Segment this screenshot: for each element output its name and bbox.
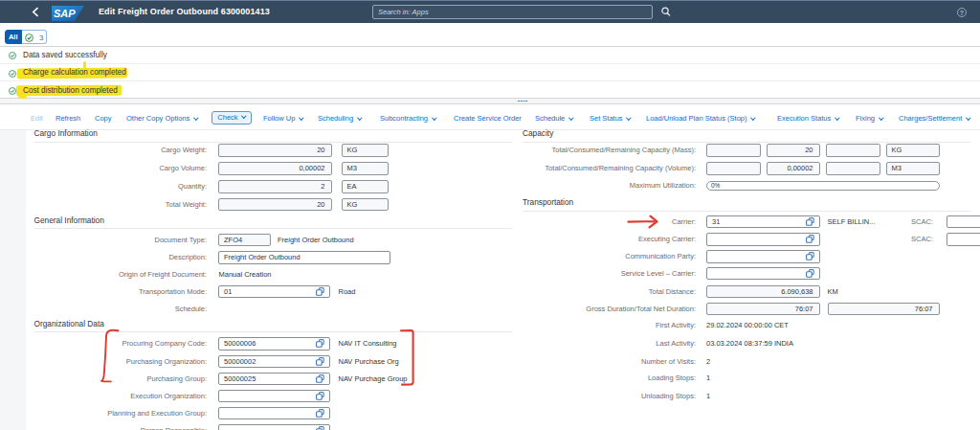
svg-text:SAP: SAP	[54, 8, 76, 19]
